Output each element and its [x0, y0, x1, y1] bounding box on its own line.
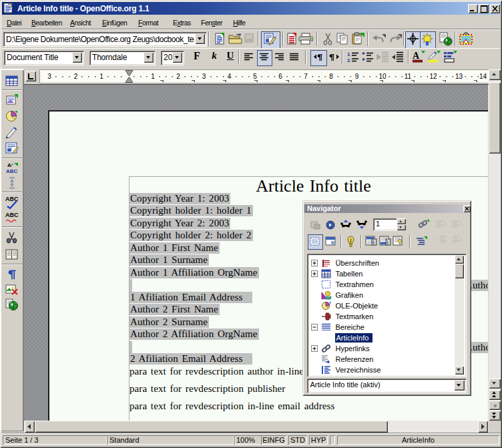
svg-text:A: A [413, 51, 420, 61]
svg-text:1: 1 [151, 73, 155, 80]
svg-text:12: 12 [429, 73, 437, 80]
svg-text:3: 3 [47, 73, 51, 80]
svg-text:ABC: ABC [6, 168, 18, 174]
svg-text:7: 7 [304, 73, 308, 80]
svg-text:10: 10 [379, 73, 387, 80]
svg-text:11: 11 [405, 73, 412, 80]
svg-text:14: 14 [479, 73, 487, 80]
svg-text:2: 2 [347, 57, 350, 63]
svg-text:2: 2 [74, 73, 78, 80]
svg-text:13: 13 [455, 73, 463, 80]
svg-text:5: 5 [253, 73, 257, 80]
svg-text:3: 3 [202, 73, 206, 80]
svg-text:A: A [7, 162, 11, 168]
svg-text:2: 2 [176, 73, 180, 80]
svg-text:1: 1 [99, 73, 103, 80]
svg-text:ABC: ABC [5, 212, 19, 218]
svg-text:8: 8 [329, 73, 333, 80]
svg-text:4: 4 [228, 73, 232, 80]
svg-text:6: 6 [278, 73, 282, 80]
svg-text:1: 1 [347, 51, 350, 57]
svg-text:9: 9 [355, 73, 359, 80]
